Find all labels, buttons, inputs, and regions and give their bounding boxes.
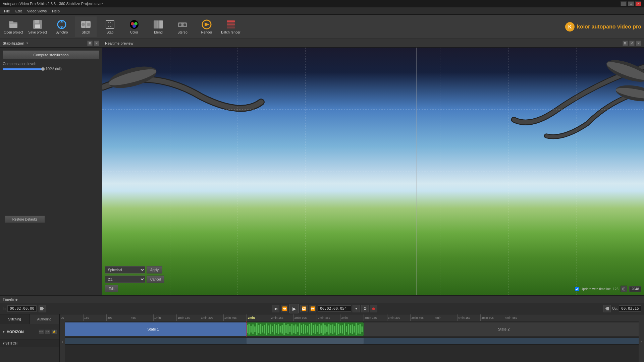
state1-clip[interactable]: State 1 [60,322,247,336]
state2-clip[interactable]: State 2 [364,322,644,336]
ruler-marks: 0s 15s 30s 45s 1min 1min 15s 1min 30s 1m… [60,314,644,321]
svg-rect-5 [35,24,40,28]
svg-rect-109 [362,326,363,332]
svg-rect-57 [260,324,261,334]
svg-rect-103 [350,325,351,333]
edit-button[interactable]: Edit [105,285,118,292]
stab-button[interactable]: Stab [99,16,121,37]
projection-row: Spherical Cylindrical Flat Apply [105,266,164,274]
audio-clip[interactable] [247,322,363,336]
svg-rect-50 [247,325,248,333]
timeline-scroll-left[interactable]: ‹ [60,321,65,362]
track-tabs: Stitching Authoring [0,314,59,324]
window-title: Autopano Video Pro 64bits 2.3.3 - 360 St… [3,2,621,6]
tab-stitching[interactable]: Stitching [0,314,30,324]
ruler-4min45s: 4min 45s [504,314,517,321]
update-timeline-checkbox[interactable] [575,287,579,291]
menu-edit[interactable]: Edit [13,8,24,14]
record-button[interactable]: ⏺ [370,305,377,312]
svg-rect-73 [291,324,292,335]
svg-rect-48 [606,307,609,310]
svg-point-21 [179,23,181,26]
ruler-1min: 1min [153,314,161,321]
svg-rect-72 [289,326,290,332]
batch-render-button[interactable]: Batch render [220,16,241,37]
timeline-tracks-header: Stitching Authoring ▼ HORIZON +→ →+ 🔒 ▼ … [0,314,60,362]
menu-video-views[interactable]: Video views [24,8,50,14]
tab-authoring[interactable]: Authoring [30,314,60,324]
synchro-button[interactable]: Synchro [51,16,72,37]
maximize-button[interactable]: □ [628,1,634,6]
cancel-button[interactable]: Cancel [147,276,164,283]
timeline-transport: In 00:02:00.00 ⏮ ⏪ ▶ 🔁 ⏩ 00:02:00.054 ▼ … [0,303,644,314]
minimize-button[interactable]: ─ [621,1,627,6]
apply-button[interactable]: Apply [147,266,162,274]
panel-expand-button[interactable]: ⊞ [87,41,93,46]
track-add-button[interactable]: +→ [39,329,44,334]
stab-label: Stab [107,31,114,34]
menubar: File Edit Video views Help [0,7,644,15]
svg-rect-4 [35,20,39,23]
slider-thumb [41,67,45,71]
svg-rect-89 [323,323,324,335]
out-time-display-value: 00:03:15 [619,305,641,312]
save-project-button[interactable]: Save project [27,16,48,37]
close-button[interactable]: ✕ [635,1,641,6]
projection-select[interactable]: Spherical Cylindrical Flat [105,266,145,274]
timeline-scroll-right[interactable]: › [639,321,644,362]
preview-header-icons: ⊞ ↗ ✕ [623,41,641,46]
svg-rect-58 [262,326,263,333]
timeline-ruler: 0s 15s 30s 45s 1min 1min 15s 1min 30s 1m… [60,314,644,321]
restore-defaults-button[interactable]: Restore Defaults [5,216,45,223]
stereo-button[interactable]: Stereo [172,16,193,37]
svg-point-22 [183,23,186,26]
loop-button[interactable]: 🔁 [300,305,308,312]
ratio-select[interactable]: 2:1 16:9 4:3 [105,276,145,283]
svg-rect-25 [227,23,235,25]
compute-stabilization-button[interactable]: Compute stabilization [3,50,99,59]
svg-rect-88 [321,325,322,333]
preview-bottom-right: Update with timeline 123 ⊞ 2048 [575,286,641,292]
ruler-1min15s: 1min 15s [176,314,190,321]
render-icon [201,19,212,30]
svg-rect-86 [317,326,318,332]
svg-rect-87 [319,324,320,334]
panel-header-icons: ⊞ ✕ [87,41,99,46]
main-area: Stabilization ▼ ⊞ ✕ Compute stabilizatio… [0,39,644,295]
svg-rect-105 [354,326,355,333]
open-project-button[interactable]: Open project [3,16,24,37]
svg-rect-76 [297,326,298,332]
color-label: Color [130,31,138,34]
grid-view-button[interactable]: ⊞ [621,286,627,292]
preview-float-button[interactable]: ↗ [629,41,635,46]
preview-title: Realtime preview [105,41,133,45]
preview-close-button[interactable]: ✕ [636,41,641,46]
panel-close-button[interactable]: ✕ [94,41,99,46]
play-button[interactable]: ▶ [289,304,299,313]
render-button[interactable]: Render [196,16,217,37]
svg-rect-108 [360,324,361,334]
ruler-3min: 3min [340,314,348,321]
time-edit-button[interactable]: ▼ [353,305,360,312]
svg-rect-90 [325,325,326,334]
camera-in-button[interactable] [39,305,46,312]
svg-rect-81 [307,326,308,333]
go-start-button[interactable]: ⏮ [272,305,279,312]
current-time-display[interactable]: 00:02:00.054 [318,305,351,312]
synchro-label: Synchro [56,31,68,34]
camera-out-button[interactable] [603,305,611,312]
track-settings-button[interactable]: →+ [45,329,50,334]
stitch-button[interactable]: Stitch [75,16,97,37]
blend-button[interactable]: Blend [148,16,169,37]
track-lock-button[interactable]: 🔒 [51,329,57,334]
menu-file[interactable]: File [1,8,13,14]
step-forward-button[interactable]: ⏩ [309,305,316,312]
preview-expand-button[interactable]: ⊞ [623,41,628,46]
step-back-button[interactable]: ⏪ [281,305,288,312]
settings-button[interactable]: ⚙ [361,305,369,312]
compensation-slider[interactable] [3,68,43,70]
brand-label: kolor autopano video pro [577,24,641,30]
color-button[interactable]: Color [123,16,145,37]
menu-help[interactable]: Help [49,8,62,14]
timeline-content: Stitching Authoring ▼ HORIZON +→ →+ 🔒 ▼ … [0,314,644,362]
